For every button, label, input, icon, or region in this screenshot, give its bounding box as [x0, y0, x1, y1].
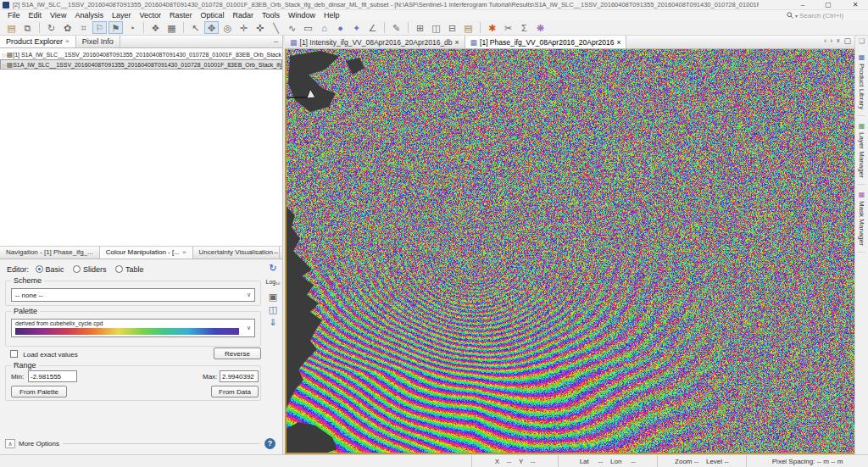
radio-table[interactable] [115, 265, 123, 273]
from-data-button[interactable]: From Data [211, 386, 259, 398]
menu-radar[interactable]: Radar [228, 10, 258, 20]
radio-basic[interactable] [36, 265, 43, 273]
tab-navigation[interactable]: Navigation - [1] Phase_ifg_... [0, 247, 100, 259]
panel-minimize-icon[interactable]: – [274, 36, 278, 47]
batch-processing-icon[interactable]: ▦ [164, 21, 179, 34]
tab-product-explorer-label: Product Explorer [6, 36, 63, 47]
snapshot-icon[interactable]: ✱ [485, 21, 499, 34]
tab-pixel-info-label: Pixel Info [82, 36, 114, 47]
magic-wand-tool-icon[interactable]: ✦ [349, 21, 364, 34]
tab-close-icon[interactable]: × [65, 36, 70, 47]
menu-analysis[interactable]: Analysis [70, 10, 108, 20]
more-options-label[interactable]: More Options [19, 440, 59, 448]
pencil-tool-icon[interactable]: ✎ [389, 21, 403, 34]
product-tree-row-2[interactable]: ▷ ▦ S1A_IW_SLC__1SSV_20160408T091355_201… [0, 59, 282, 69]
palette-export-icon[interactable]: ◫ [265, 304, 281, 316]
tab-colour-label: Colour Manipulation - [... [106, 247, 180, 259]
from-palette-button[interactable]: From Palette [11, 386, 67, 398]
spatial-subset-icon[interactable]: ✂ [501, 21, 515, 34]
reverse-button[interactable]: Reverse [214, 347, 261, 359]
tab-mask-manager[interactable]: ▦ Mask Manager [858, 185, 865, 253]
tab-close-icon[interactable]: × [616, 38, 620, 47]
rectangle-tool-icon[interactable]: ▭ [301, 21, 315, 34]
menu-layer[interactable]: Layer [108, 10, 136, 20]
scroll-tabs-right-icon[interactable]: › [830, 36, 832, 45]
tab-uncertainty-visualisation[interactable]: Uncertainty Visualisation [193, 247, 280, 259]
tile-vertically-icon[interactable]: ⊟ [445, 21, 459, 34]
phase-image-view[interactable] [285, 49, 854, 454]
polyline-tool-icon[interactable]: ∿ [285, 21, 299, 34]
menu-tools[interactable]: Tools [258, 10, 284, 20]
search-input[interactable] [799, 12, 859, 19]
reset-palette-icon[interactable]: ↺ [265, 263, 281, 275]
max-label: Max: [203, 373, 217, 381]
log10-display-icon[interactable]: Log₁₀ [265, 279, 281, 291]
pin-placing-tool-icon[interactable]: ✛ [236, 21, 251, 34]
menu-vector[interactable]: Vector [135, 10, 165, 20]
quick-search[interactable]: ▾ [787, 10, 866, 20]
window-close-button[interactable]: ✕ [846, 0, 865, 10]
toolbar-separator [39, 22, 40, 33]
tab-list-dropdown-icon[interactable]: ∨ [836, 37, 840, 44]
menu-optical[interactable]: Optical [196, 10, 228, 20]
polygon-tool-icon[interactable]: ⌂ [317, 21, 331, 34]
window-minimize-button[interactable]: – [793, 0, 812, 10]
dock-window-icon[interactable]: ❏ [859, 36, 865, 47]
tab-product-library-label: Product Library [858, 64, 865, 109]
scheme-groupbox: Scheme -- none -- ∨ [5, 281, 261, 306]
range-finder-tool-icon[interactable]: ∠ [365, 21, 380, 34]
more-options-expand-icon[interactable]: ∧ [5, 439, 15, 448]
pin-overlay-icon[interactable]: ⚐ [92, 21, 107, 34]
menu-file[interactable]: File [3, 10, 25, 20]
tab-layer-manager[interactable]: ▦ Layer Manager [858, 116, 865, 185]
scroll-tabs-left-icon[interactable]: ‹ [824, 36, 826, 45]
water-area-south [287, 422, 337, 453]
menu-raster[interactable]: Raster [165, 10, 197, 20]
menu-window[interactable]: Window [284, 10, 320, 20]
maximize-view-icon[interactable]: ▢ [843, 36, 851, 45]
min-input[interactable] [28, 370, 77, 382]
product-copy-icon[interactable]: ⧉ [20, 21, 35, 34]
menu-view[interactable]: View [46, 10, 70, 20]
tab-pixel-info[interactable]: Pixel Info [76, 36, 120, 47]
open-product-icon[interactable]: ▤ [4, 21, 19, 34]
menu-edit[interactable]: Edit [25, 10, 47, 20]
gcp-placing-tool-icon[interactable]: ✜ [253, 21, 267, 34]
tile-horizontally-icon[interactable]: ◫ [429, 21, 443, 34]
tab-colour-manipulation[interactable]: Colour Manipulation - [... × [100, 247, 193, 259]
window-maximize-button[interactable]: ▢ [819, 0, 837, 10]
search-scope-caret-icon[interactable]: ▾ [795, 13, 798, 19]
tab-close-icon[interactable]: × [455, 38, 459, 47]
palette-save-icon[interactable]: ⇓ [265, 317, 281, 329]
tile-single-icon[interactable]: ▤ [461, 21, 476, 34]
tab-product-library[interactable]: ▦ Product Library [858, 47, 865, 116]
palette-import-icon[interactable]: ▣ [265, 292, 281, 303]
scheme-select[interactable]: -- none -- ∨ [11, 288, 255, 302]
ellipse-tool-icon[interactable]: ● [333, 21, 348, 34]
reopen-product-icon[interactable]: ↻ [44, 21, 58, 34]
menu-help[interactable]: Help [320, 10, 344, 20]
gcp-overlay-icon[interactable]: ⚑ [108, 21, 123, 34]
help-icon[interactable]: ? [264, 438, 275, 449]
world-overlay-icon[interactable]: ◔ [125, 21, 139, 34]
tab-product-explorer[interactable]: Product Explorer × [0, 36, 76, 47]
graph-builder-icon[interactable]: ❖ [148, 21, 163, 34]
tile-evenly-icon[interactable]: ⊞ [413, 21, 427, 34]
tab-phase-view[interactable]: ▦ [1] Phase_ifg_VV_08Apr2016_20Apr2016 × [465, 36, 627, 48]
pan-tool-icon[interactable]: ✥ [204, 21, 219, 34]
max-input[interactable] [220, 370, 259, 382]
product-tree-row-1[interactable]: ▷ ▦ [1] S1A_IW_SLC__1SSV_20160408T091355… [0, 49, 282, 59]
radio-sliders[interactable] [73, 265, 81, 273]
band-maths-icon[interactable]: Σ [517, 21, 531, 34]
mosaic-icon[interactable]: ❋ [533, 21, 548, 34]
panel-minimize-icon[interactable]: – [274, 247, 278, 259]
tab-intensity-view[interactable]: ▦ [1] Intensity_ifg_VV_08Apr2016_20Apr20… [285, 36, 465, 48]
stamp-icon[interactable]: ✿ [60, 21, 75, 34]
select-tool-icon[interactable]: ↖ [188, 21, 203, 34]
load-exact-checkbox[interactable] [10, 350, 18, 358]
zoom-tool-icon[interactable]: ◎ [220, 21, 235, 34]
tab-close-icon[interactable]: × [182, 247, 186, 259]
palette-select[interactable]: derived from cubehelix_cycle.cpd ∨ [11, 319, 255, 337]
graticule-overlay-icon[interactable]: ⌗ [76, 21, 91, 34]
line-tool-icon[interactable]: ╲ [269, 21, 283, 34]
